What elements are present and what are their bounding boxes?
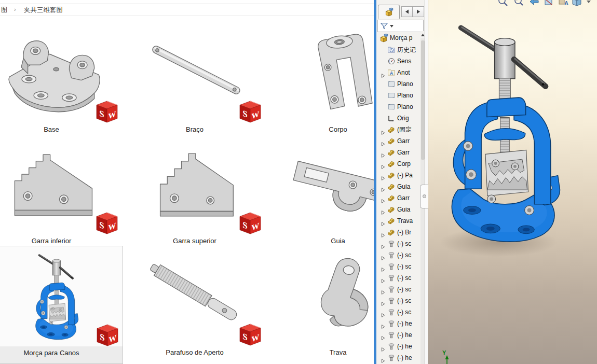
gallery-tile-base[interactable]: Base bbox=[0, 23, 123, 134]
expand-arrow-icon[interactable] bbox=[381, 139, 385, 143]
previous-view-icon[interactable] bbox=[528, 0, 540, 7]
breadcrumb-root[interactable]: 图 bbox=[1, 6, 8, 15]
plane-icon bbox=[387, 103, 396, 111]
tree-item-17[interactable]: (-) sc bbox=[376, 238, 420, 249]
part-thumbnail bbox=[0, 136, 108, 233]
tree-item-9[interactable]: Garr bbox=[376, 147, 420, 158]
zoom-fit-icon[interactable] bbox=[497, 0, 509, 7]
expand-arrow-icon[interactable] bbox=[381, 185, 385, 189]
panel-prev-button[interactable] bbox=[401, 6, 413, 17]
tree-item-1[interactable]: Sens bbox=[376, 55, 420, 67]
screw-icon bbox=[387, 251, 396, 259]
tree-item-20[interactable]: (-) sc bbox=[376, 272, 420, 284]
graphics-viewport[interactable]: A Y bbox=[428, 0, 597, 364]
tab-feature-tree[interactable] bbox=[378, 5, 400, 19]
display-style-icon[interactable] bbox=[571, 0, 582, 7]
expand-arrow-icon[interactable] bbox=[381, 173, 385, 177]
expand-arrow-icon[interactable] bbox=[381, 276, 385, 280]
tree-item-18[interactable]: (-) sc bbox=[376, 249, 420, 261]
tree-item-5[interactable]: Plano bbox=[376, 101, 420, 113]
screen: 图 › 夹具三维套图 Base Braço Corpo Garra inferi… bbox=[0, 0, 597, 364]
tree-item-15[interactable]: Trava bbox=[376, 215, 420, 227]
tree-item-24[interactable]: (-) he bbox=[376, 318, 420, 329]
tree-root-item[interactable]: Morça p bbox=[376, 32, 420, 44]
tree-item-7[interactable]: (固定 bbox=[376, 124, 420, 135]
expand-arrow-icon[interactable] bbox=[381, 287, 385, 291]
panel-collapse-handle[interactable] bbox=[420, 185, 428, 208]
tree-item-14[interactable]: Guia bbox=[376, 204, 420, 215]
expand-arrow-icon[interactable] bbox=[381, 219, 385, 223]
tree-filter-input[interactable] bbox=[377, 20, 424, 32]
expand-arrow-icon[interactable] bbox=[381, 344, 385, 348]
tree-item-3[interactable]: Plano bbox=[376, 78, 420, 90]
tree-item-2[interactable]: AAnot bbox=[376, 67, 420, 78]
tree-item-13[interactable]: Garr bbox=[376, 192, 420, 204]
expand-arrow-icon[interactable] bbox=[381, 230, 385, 234]
screw-icon bbox=[387, 331, 396, 339]
expand-arrow-icon[interactable] bbox=[381, 71, 385, 75]
tree-item-11[interactable]: (-) Pa bbox=[376, 170, 420, 181]
expand-arrow-icon[interactable] bbox=[381, 162, 385, 166]
plane-icon bbox=[387, 80, 396, 88]
screw-icon bbox=[387, 240, 396, 248]
tree-item-label: (-) sc bbox=[397, 274, 420, 282]
panel-splitter[interactable] bbox=[425, 0, 428, 364]
panel-next-button[interactable] bbox=[413, 6, 424, 17]
tree-item-25[interactable]: (-) he bbox=[376, 329, 420, 341]
gallery-tile-trava[interactable]: Trava bbox=[266, 246, 375, 364]
tree-item-label: (-) he bbox=[397, 331, 420, 339]
solidworks-logo-icon bbox=[96, 323, 119, 347]
tree-item-4[interactable]: Plano bbox=[376, 90, 420, 101]
tree-item-21[interactable]: (-) sc bbox=[376, 284, 420, 295]
expand-arrow-icon[interactable] bbox=[381, 264, 385, 269]
zoom-area-icon[interactable] bbox=[513, 0, 524, 7]
expand-arrow-icon[interactable] bbox=[381, 321, 385, 326]
expand-arrow-icon[interactable] bbox=[381, 128, 385, 132]
solidworks-logo-icon bbox=[238, 211, 262, 235]
tree-item-6[interactable]: Orig bbox=[376, 113, 420, 124]
tree-item-8[interactable]: Garr bbox=[376, 135, 420, 147]
tree-item-label: (-) sc bbox=[397, 297, 420, 304]
tree-item-0[interactable]: 历史记 bbox=[376, 44, 420, 55]
gallery-tile-vise[interactable]: Morça para Canos bbox=[0, 246, 123, 364]
gallery-tile-guia[interactable]: Guia bbox=[266, 134, 375, 246]
gallery-tile-parafuso[interactable]: Parafuso de Aperto bbox=[123, 246, 266, 364]
expand-arrow-icon[interactable] bbox=[381, 253, 385, 257]
tree-item-label: Plano bbox=[397, 103, 420, 110]
expand-arrow-icon[interactable] bbox=[381, 150, 385, 155]
gallery-tile-braco[interactable]: Braço bbox=[123, 23, 266, 134]
gallery-tile-garra-sup[interactable]: Garra superior bbox=[123, 134, 266, 246]
annotation-view-icon[interactable]: A bbox=[557, 0, 568, 7]
tree-item-22[interactable]: (-) sc bbox=[376, 295, 420, 306]
expand-arrow-icon[interactable] bbox=[381, 310, 385, 314]
expand-arrow-icon[interactable] bbox=[381, 207, 385, 212]
tree-item-label: Anot bbox=[397, 69, 420, 76]
gallery-tile-corpo[interactable]: Corpo bbox=[266, 23, 375, 134]
tree-item-19[interactable]: (-) sc bbox=[376, 261, 420, 272]
pipe-vise-3d-model[interactable] bbox=[436, 10, 563, 255]
tree-item-label: Corp bbox=[397, 160, 420, 167]
expand-arrow-icon[interactable] bbox=[381, 299, 385, 303]
part-icon bbox=[387, 205, 396, 214]
gallery-tile-garra-inf[interactable]: Garra inferior bbox=[0, 134, 123, 246]
tree-item-label: Plano bbox=[397, 80, 420, 88]
section-view-icon[interactable] bbox=[543, 0, 554, 7]
tile-label: Garra superior bbox=[123, 234, 266, 246]
tree-item-12[interactable]: Guia bbox=[376, 181, 420, 192]
dropdown-caret-icon[interactable] bbox=[584, 0, 595, 7]
expand-arrow-icon[interactable] bbox=[381, 242, 385, 246]
tree-item-16[interactable]: (-) Br bbox=[376, 227, 420, 238]
part-icon bbox=[387, 125, 396, 134]
expand-arrow-icon[interactable] bbox=[381, 356, 385, 360]
part-thumbnail bbox=[286, 25, 375, 121]
expand-arrow-icon[interactable] bbox=[381, 196, 385, 200]
tree-item-27[interactable]: (-) he bbox=[376, 352, 420, 363]
scrollbar-thumb[interactable] bbox=[421, 40, 425, 160]
breadcrumb-current[interactable]: 夹具三维套图 bbox=[24, 6, 63, 15]
tree-item-23[interactable]: (-) sc bbox=[376, 306, 420, 318]
expand-arrow-icon[interactable] bbox=[381, 333, 385, 337]
solidworks-logo-icon bbox=[95, 100, 119, 123]
tree-item-26[interactable]: (-) he bbox=[376, 341, 420, 352]
tree-item-10[interactable]: Corp bbox=[376, 158, 420, 170]
part-thumbnail bbox=[286, 136, 375, 233]
